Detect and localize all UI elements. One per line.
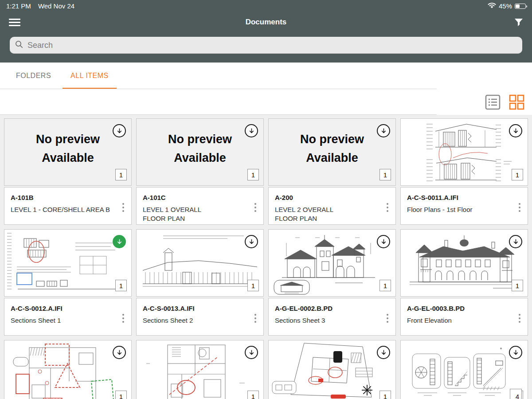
download-icon[interactable]: [377, 346, 390, 359]
document-subtitle: Sections Sheet 2: [143, 316, 251, 325]
list-view-icon[interactable]: [485, 94, 501, 110]
document-info[interactable]: A-C-S-0011.A.IFI Floor Plans - 1st Floor: [400, 187, 528, 225]
document-info[interactable]: A-101B LEVEL 1 - CORE/SHELL AREA B: [4, 187, 132, 225]
search-icon: [15, 40, 23, 50]
more-options-icon[interactable]: [119, 305, 128, 332]
document-card[interactable]: 1 A-C-S-0012.A.IFI Sections Sheet 1: [4, 229, 132, 336]
download-icon[interactable]: [509, 346, 522, 359]
page-count-badge: 1: [247, 169, 259, 180]
grid-view-icon[interactable]: [509, 94, 525, 110]
document-card[interactable]: 1 A-G-EL-0002.B.PD Sections Sheet 3: [268, 229, 396, 336]
page-count-badge: 1: [247, 391, 259, 399]
document-info[interactable]: A-101C LEVEL 1 OVERALL FLOOR PLAN: [136, 187, 264, 225]
page-count-badge: 1: [115, 169, 127, 180]
more-options-icon[interactable]: [251, 194, 260, 221]
document-preview[interactable]: No preview Available 1: [268, 118, 396, 186]
document-card[interactable]: 1 A-C-S-0011.A.IFI Floor Plans - 1st Flo…: [400, 118, 528, 225]
document-card[interactable]: 1 A-G-EL-0003.B.PD Front Elevation: [400, 229, 528, 336]
document-subtitle: Sections Sheet 3: [275, 316, 383, 325]
document-subtitle: Front Elevation: [407, 316, 515, 325]
document-card[interactable]: No preview Available 1 A-200 LEVEL 2 OVE…: [268, 118, 396, 225]
page-count-badge: 1: [379, 169, 391, 180]
download-icon[interactable]: [113, 235, 126, 248]
document-subtitle: Floor Plans - 1st Floor: [407, 205, 515, 214]
page-count-badge: 1: [247, 280, 259, 291]
document-subtitle: LEVEL 2 OVERALL FLOOR PLAN: [275, 205, 383, 223]
document-info[interactable]: A-C-S-0013.A.IFI Sections Sheet 2: [136, 298, 264, 336]
document-card[interactable]: 1 A-C-S-0013.A.IFI Sections Sheet 2: [136, 229, 264, 336]
document-title: A-G-EL-0003.B.PD: [407, 305, 515, 312]
search-input[interactable]: [27, 40, 517, 51]
document-info[interactable]: A-C-S-0012.A.IFI Sections Sheet 1: [4, 298, 132, 336]
document-card[interactable]: 4: [400, 340, 528, 399]
document-preview[interactable]: No preview Available 1: [4, 118, 132, 186]
wifi-icon: [488, 2, 496, 10]
battery-icon: [515, 4, 526, 9]
document-card[interactable]: 1: [4, 340, 132, 399]
document-preview[interactable]: 1: [136, 340, 264, 399]
document-preview[interactable]: 1: [4, 229, 132, 297]
more-options-icon[interactable]: [383, 194, 392, 221]
tab-all-items[interactable]: ALL ITEMS: [70, 63, 109, 89]
toolbar-divider: [0, 114, 437, 115]
document-card[interactable]: No preview Available 1 A-101B LEVEL 1 - …: [4, 118, 132, 225]
document-title: A-C-S-0011.A.IFI: [407, 194, 515, 201]
more-options-icon[interactable]: [383, 305, 392, 332]
download-icon[interactable]: [509, 124, 522, 137]
document-preview[interactable]: 4: [400, 340, 528, 399]
status-bar: 1:21 PM Wed Nov 24 45%: [0, 0, 532, 11]
more-options-icon[interactable]: [515, 305, 524, 332]
download-icon[interactable]: [113, 346, 126, 359]
document-preview[interactable]: 1: [400, 229, 528, 297]
download-icon[interactable]: [245, 235, 258, 248]
document-card[interactable]: No preview Available 1 A-101C LEVEL 1 OV…: [136, 118, 264, 225]
document-card[interactable]: 1: [136, 340, 264, 399]
search-box[interactable]: [10, 37, 522, 54]
download-icon[interactable]: [245, 124, 258, 137]
hamburger-menu-icon[interactable]: [9, 19, 20, 26]
top-bar: 1:21 PM Wed Nov 24 45% Documents: [0, 0, 532, 63]
content-area: No preview Available 1 A-101B LEVEL 1 - …: [0, 115, 532, 399]
document-preview[interactable]: No preview Available 1: [136, 118, 264, 186]
document-title: A-101B: [11, 194, 119, 201]
tab-folders[interactable]: FOLDERS: [16, 63, 51, 89]
no-preview-label: No preview Available: [20, 130, 116, 174]
download-icon[interactable]: [377, 235, 390, 248]
more-options-icon[interactable]: [251, 305, 260, 332]
document-title: A-101C: [143, 194, 251, 201]
download-icon[interactable]: [377, 124, 390, 137]
document-card[interactable]: 1: [268, 340, 396, 399]
document-preview[interactable]: 1: [4, 340, 132, 399]
download-icon[interactable]: [245, 346, 258, 359]
nav-bar: Documents: [0, 11, 532, 33]
page-count-badge: 1: [512, 280, 523, 291]
page-count-badge: 1: [115, 391, 127, 399]
page-count-badge: 1: [379, 280, 391, 291]
document-info[interactable]: A-G-EL-0003.B.PD Front Elevation: [400, 298, 528, 336]
document-subtitle: LEVEL 1 - CORE/SHELL AREA B: [11, 205, 119, 214]
document-subtitle: Sections Sheet 1: [11, 316, 119, 325]
tab-bar: FOLDERS ALL ITEMS: [0, 63, 532, 89]
document-title: A-200: [275, 194, 383, 201]
page-count-badge: 1: [115, 280, 127, 291]
page-title: Documents: [0, 18, 532, 27]
document-preview[interactable]: 1: [268, 340, 396, 399]
card-grid: No preview Available 1 A-101B LEVEL 1 - …: [4, 118, 528, 399]
filter-funnel-icon[interactable]: [514, 18, 523, 27]
document-preview[interactable]: 1: [400, 118, 528, 186]
clock-label: 1:21 PM: [6, 2, 31, 10]
document-preview[interactable]: 1: [268, 229, 396, 297]
document-title: A-C-S-0013.A.IFI: [143, 305, 251, 312]
download-icon[interactable]: [509, 235, 522, 248]
page-count-badge: 1: [512, 169, 523, 180]
no-preview-label: No preview Available: [153, 130, 248, 174]
document-info[interactable]: A-G-EL-0002.B.PD Sections Sheet 3: [268, 298, 396, 336]
battery-percent-label: 45%: [499, 2, 512, 10]
view-toolbar: [0, 89, 532, 115]
more-options-icon[interactable]: [515, 194, 524, 221]
document-preview[interactable]: 1: [136, 229, 264, 297]
document-info[interactable]: A-200 LEVEL 2 OVERALL FLOOR PLAN: [268, 187, 396, 225]
download-icon[interactable]: [113, 124, 126, 137]
document-subtitle: LEVEL 1 OVERALL FLOOR PLAN: [143, 205, 251, 223]
more-options-icon[interactable]: [119, 194, 128, 221]
